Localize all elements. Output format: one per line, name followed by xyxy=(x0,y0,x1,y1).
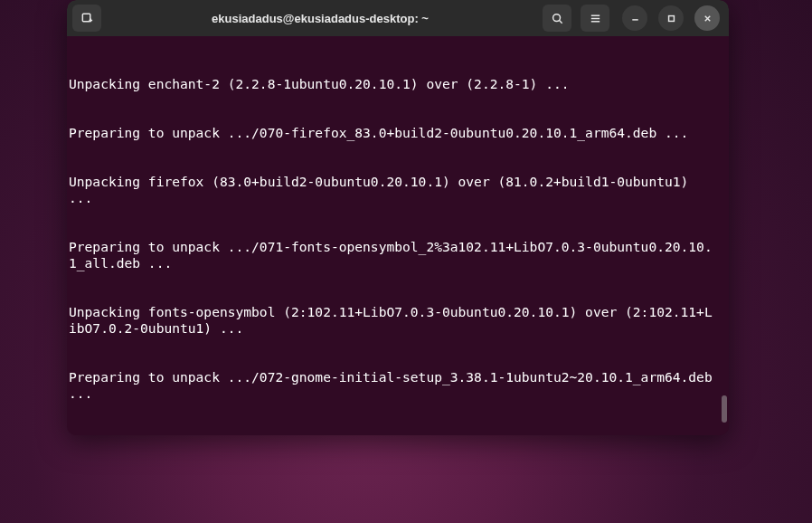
terminal-content: Unpacking enchant-2 (2.2.8-1ubuntu0.20.1… xyxy=(69,43,718,435)
terminal-line: Unpacking enchant-2 (2.2.8-1ubuntu0.20.1… xyxy=(69,76,718,92)
terminal-line: Preparing to unpack .../071-fonts-opensy… xyxy=(69,239,718,271)
terminal-line: Unpacking fonts-opensymbol (2:102.11+Lib… xyxy=(69,304,718,337)
svg-point-3 xyxy=(552,14,560,21)
maximize-icon xyxy=(666,14,676,24)
svg-line-4 xyxy=(559,20,562,23)
close-icon xyxy=(703,14,713,24)
search-icon xyxy=(551,12,564,25)
hamburger-icon xyxy=(589,12,602,25)
close-button[interactable] xyxy=(694,5,720,31)
terminal-line: Preparing to unpack .../072-gnome-initia… xyxy=(69,369,718,402)
desktop-background: ekusiadadus@ekusiadadus-desktop: ~ xyxy=(0,0,812,523)
titlebar: ekusiadadus@ekusiadadus-desktop: ~ xyxy=(67,0,729,36)
terminal-viewport[interactable]: Unpacking enchant-2 (2.2.8-1ubuntu0.20.1… xyxy=(67,36,729,435)
menu-button[interactable] xyxy=(581,5,609,32)
terminal-window: ekusiadadus@ekusiadadus-desktop: ~ xyxy=(67,0,729,435)
new-tab-icon xyxy=(80,12,94,25)
terminal-scrollbar[interactable] xyxy=(722,395,727,423)
search-button[interactable] xyxy=(543,5,571,32)
window-title: ekusiadadus@ekusiadadus-desktop: ~ xyxy=(107,12,533,25)
terminal-line: Preparing to unpack .../070-firefox_83.0… xyxy=(69,125,718,141)
svg-rect-9 xyxy=(668,15,674,21)
maximize-button[interactable] xyxy=(658,5,684,31)
terminal-line: Unpacking firefox (83.0+build2-0ubuntu0.… xyxy=(69,174,718,206)
minimize-icon xyxy=(630,14,640,24)
new-tab-button[interactable] xyxy=(72,5,101,32)
terminal-line: Unpacking gnome-initial-setup (3.38.1-1u… xyxy=(69,434,718,435)
minimize-button[interactable] xyxy=(622,5,647,31)
